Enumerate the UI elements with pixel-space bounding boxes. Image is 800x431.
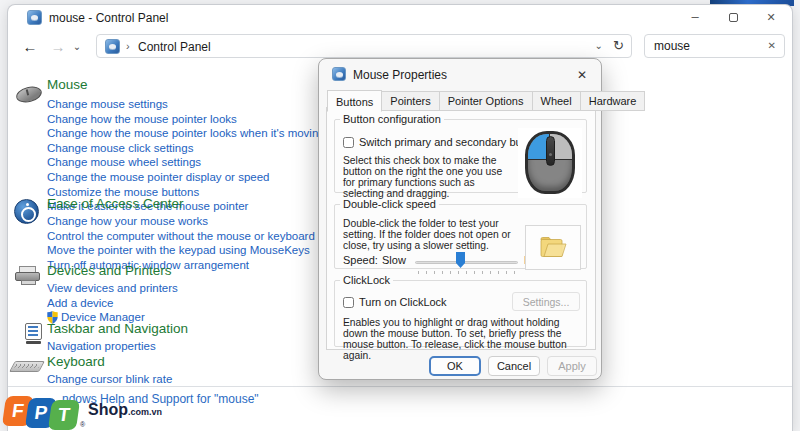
breadcrumb[interactable]: Control Panel (138, 40, 211, 54)
maximize-button[interactable] (720, 7, 746, 27)
clicklock-checkbox[interactable] (343, 297, 354, 308)
task-link[interactable]: Change cursor blink rate (47, 372, 172, 387)
dialog-title: Mouse Properties (353, 68, 447, 82)
task-link[interactable]: Control the computer without the mouse o… (47, 229, 315, 244)
ease-of-access-icon (14, 199, 39, 224)
button-config-description: Select this check box to make the button… (343, 155, 513, 199)
ok-button[interactable]: OK (429, 356, 481, 376)
fpt-shop-text: Shop.com.vn (88, 401, 162, 419)
task-link[interactable]: Change how the mouse pointer looks when … (47, 126, 325, 141)
minimize-button[interactable]: – (682, 7, 708, 27)
task-link[interactable]: Move the pointer with the keypad using M… (47, 243, 315, 258)
titlebar: mouse - Control Panel – ✕ (8, 5, 792, 31)
tab-pointers[interactable]: Pointers (382, 91, 439, 111)
recent-locations-button[interactable]: ⌄ (70, 34, 84, 58)
screen: mouse - Control Panel – ✕ ← → ⌄ ↑ › Cont… (0, 0, 800, 431)
double-click-description: Double-click the folder to test your set… (343, 218, 515, 251)
close-button[interactable]: ✕ (758, 7, 784, 27)
navigation-toolbar: ← → ⌄ ↑ › Control Panel ⌄ ↻ ✕ (8, 31, 792, 61)
brand-domain: .com.vn (128, 407, 162, 417)
search-input[interactable] (645, 35, 763, 57)
folder-icon (540, 235, 568, 259)
group-legend: Button configuration (340, 113, 444, 125)
window-title: mouse - Control Panel (49, 11, 168, 25)
refresh-icon[interactable]: ↻ (613, 38, 624, 53)
task-link[interactable]: Change the mouse pointer display or spee… (47, 170, 325, 185)
fpt-letter-t: T (48, 400, 80, 430)
task-link[interactable]: Change mouse click settings (47, 141, 325, 156)
taskbar-links: Navigation properties (47, 339, 156, 354)
task-link[interactable]: View devices and printers (47, 281, 178, 296)
section-title-taskbar-navigation: Taskbar and Navigation (47, 321, 188, 336)
section-title-keyboard: Keyboard (47, 354, 105, 369)
dialog-tabs: Buttons Pointers Pointer Options Wheel H… (327, 90, 645, 111)
section-title-ease-of-access: Ease of Access Center (47, 196, 184, 211)
double-click-speed-group: Double-click speed Double-click the fold… (334, 198, 587, 269)
button-configuration-group: Button configuration Switch primary and … (334, 113, 587, 193)
checkbox-label[interactable]: Turn on ClickLock (359, 296, 447, 308)
buttons-tab-page: Button configuration Switch primary and … (326, 107, 596, 350)
clicklock-settings-button[interactable]: Settings... (512, 292, 580, 311)
fptshop-watermark-logo: F P T ® Shop.com.vn (4, 394, 194, 431)
apply-button[interactable]: Apply (547, 356, 597, 376)
speed-slider-thumb[interactable] (456, 252, 465, 268)
speed-label: Speed: (343, 254, 378, 266)
mouse-icon (15, 84, 44, 105)
clicklock-description: Enables you to highlight or drag without… (343, 317, 583, 361)
speed-slider-track[interactable] (415, 261, 518, 264)
back-button[interactable]: ← (18, 34, 42, 58)
brand-name: Shop (88, 401, 128, 418)
switch-buttons-row: Switch primary and secondary buttons (343, 136, 545, 148)
mouse-illustration (518, 128, 582, 198)
printer-icon (15, 266, 41, 286)
tab-pointer-options[interactable]: Pointer Options (440, 91, 533, 111)
taskbar-icon (25, 323, 44, 345)
slow-label: Slow (382, 254, 406, 266)
address-bar[interactable]: › Control Panel ⌄ ↻ (96, 34, 632, 58)
tab-buttons[interactable]: Buttons (327, 90, 382, 112)
clear-search-icon[interactable]: ✕ (768, 40, 776, 51)
forward-button[interactable]: → (46, 34, 70, 58)
clicklock-group: ClickLock Turn on ClickLock Settings... … (334, 274, 587, 347)
mouse-properties-dialog: Mouse Properties ✕ Buttons Pointers Poin… (318, 58, 602, 380)
task-link[interactable]: Change how the mouse pointer looks (47, 112, 325, 127)
registered-mark: ® (80, 421, 85, 428)
search-box: ✕ (644, 34, 785, 58)
switch-buttons-checkbox[interactable] (343, 137, 354, 148)
mouse-properties-icon (332, 67, 346, 81)
task-link[interactable]: Navigation properties (47, 339, 156, 354)
cancel-button[interactable]: Cancel (488, 356, 540, 376)
section-title-devices-printers: Devices and Printers (47, 263, 172, 278)
task-link[interactable]: Change mouse wheel settings (47, 155, 325, 170)
task-link[interactable]: Change how your mouse works (47, 214, 315, 229)
mouse-graphic-icon (525, 131, 575, 194)
control-panel-crumb-icon (105, 39, 120, 54)
breadcrumb-chevron-icon[interactable]: › (126, 40, 130, 52)
status-bar-divider (8, 386, 792, 387)
devices-printers-links: View devices and printers Add a device D… (47, 281, 178, 325)
task-link[interactable]: Add a device (47, 296, 178, 311)
tab-wheel[interactable]: Wheel (533, 91, 581, 111)
clicklock-row: Turn on ClickLock (343, 296, 447, 308)
group-legend: Double-click speed (340, 198, 439, 210)
keyboard-icon (9, 361, 45, 372)
tab-hardware[interactable]: Hardware (581, 91, 646, 111)
task-link[interactable]: Change mouse settings (47, 97, 325, 112)
window-controls: – ✕ (682, 7, 784, 27)
control-panel-app-icon (27, 10, 42, 25)
keyboard-links: Change cursor blink rate (47, 372, 172, 387)
test-folder-area[interactable] (525, 225, 581, 270)
dialog-close-button[interactable]: ✕ (571, 65, 593, 84)
group-legend: ClickLock (340, 274, 393, 286)
section-title-mouse: Mouse (47, 77, 88, 92)
dialog-titlebar: Mouse Properties ✕ (319, 59, 601, 89)
address-dropdown-icon[interactable]: ⌄ (595, 40, 603, 51)
maximize-icon (729, 13, 738, 22)
